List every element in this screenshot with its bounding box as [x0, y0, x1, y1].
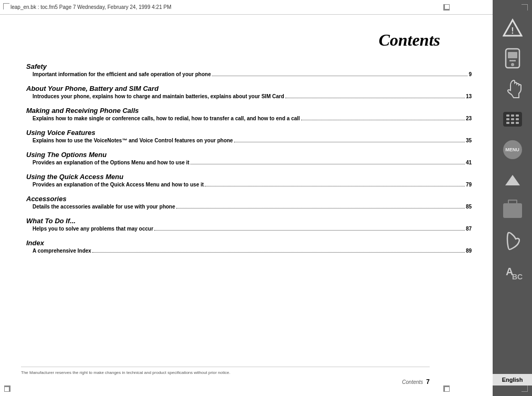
keypad-icon — [501, 107, 525, 131]
toc-dots — [285, 98, 465, 98]
toc-title-options: Using The Options Menu — [26, 151, 472, 159]
toc-desc-troubleshoot: Helps you to solve any problems that may… — [26, 226, 472, 232]
hand-icon — [501, 77, 525, 101]
abc-icon: A BC — [501, 259, 525, 284]
arrow-up-icon — [501, 168, 525, 192]
toc-desc-quick: Provides an explanation of the Quick Acc… — [26, 182, 472, 187]
footer-note: The Manufacturer reserves the right to m… — [21, 367, 430, 375]
svg-rect-3 — [508, 52, 517, 58]
toc-desc-accessories: Details the accessories available for us… — [26, 204, 472, 210]
toc-title-calls: Making and Receiving Phone Calls — [26, 107, 472, 114]
content-area: Contents Safety Important information fo… — [0, 15, 493, 272]
toc-desc-safety: Important information for the efficient … — [26, 71, 472, 77]
toc-desc-about: Introduces your phone, explains how to c… — [26, 93, 472, 99]
warning-icon: ! — [501, 16, 525, 40]
footer-label: Contents — [402, 379, 423, 385]
toc-entry-safety: Safety Important information for the eff… — [26, 62, 472, 77]
toc-entry-about: About Your Phone, Battery and SIM Card I… — [26, 85, 472, 99]
toc-title-troubleshoot: What To Do If... — [26, 217, 472, 225]
main-content: leap_en.bk : toc.fm5 Page 7 Wednesday, F… — [0, 0, 493, 396]
page-container: leap_en.bk : toc.fm5 Page 7 Wednesday, F… — [0, 0, 532, 396]
sidebar: ! — [493, 0, 532, 396]
toc-title-safety: Safety — [26, 62, 472, 70]
corner-tr — [443, 4, 450, 11]
page-title: Contents — [26, 30, 472, 50]
svg-point-4 — [511, 63, 514, 66]
svg-rect-6 — [512, 60, 514, 61]
toc-dots — [212, 76, 467, 76]
toc-title-about: About Your Phone, Battery and SIM Card — [26, 85, 472, 92]
toc-dots — [176, 208, 465, 209]
svg-rect-5 — [509, 60, 512, 61]
toc-entry-calls: Making and Receiving Phone Calls Explain… — [26, 107, 472, 121]
english-tab[interactable]: English — [493, 374, 532, 385]
toc-desc-options: Provides an explanation of the Options M… — [26, 160, 472, 165]
svg-text:BC: BC — [512, 273, 523, 281]
toc-dots — [154, 230, 465, 231]
toc-entry-troubleshoot: What To Do If... Helps you to solve any … — [26, 217, 472, 232]
header-text: leap_en.bk : toc.fm5 Page 7 Wednesday, F… — [10, 4, 171, 10]
toc-title-voice: Using Voice Features — [26, 129, 472, 137]
phone-icon — [501, 46, 525, 70]
toc-dots — [92, 252, 465, 253]
toc-dots — [301, 120, 465, 120]
svg-text:!: ! — [511, 26, 514, 35]
toc-desc-calls: Explains how to make single or conferenc… — [26, 116, 472, 121]
toc-entry-accessories: Accessories Details the accessories avai… — [26, 195, 472, 210]
svg-rect-7 — [514, 60, 516, 61]
briefcase-icon — [501, 199, 525, 223]
toc-desc-index: A comprehensive Index 89 — [26, 248, 472, 254]
toc-dots — [190, 164, 465, 164]
toc-dots — [205, 186, 465, 186]
toc-dots — [234, 142, 465, 142]
toc-title-accessories: Accessories — [26, 195, 472, 203]
toc-desc-voice: Explains how to use the VoiceNotes™ and … — [26, 138, 472, 143]
footer-page: 7 — [426, 378, 430, 385]
sidebar-corner-br — [522, 385, 528, 392]
toc-entry-voice: Using Voice Features Explains how to use… — [26, 129, 472, 143]
menu-icon: MENU — [501, 138, 525, 162]
footer-pagination: Contents 7 — [21, 378, 430, 396]
toc-title-index: Index — [26, 239, 472, 247]
footer-area: The Manufacturer reserves the right to m… — [0, 367, 451, 396]
toc-list: Safety Important information for the eff… — [26, 62, 472, 254]
header-bar: leap_en.bk : toc.fm5 Page 7 Wednesday, F… — [0, 0, 493, 15]
toc-title-quick: Using the Quick Access Menu — [26, 173, 472, 181]
toc-entry-quick: Using the Quick Access Menu Provides an … — [26, 173, 472, 187]
toc-entry-index: Index A comprehensive Index 89 — [26, 239, 472, 254]
phone2-icon — [501, 229, 525, 253]
toc-entry-options: Using The Options Menu Provides an expla… — [26, 151, 472, 165]
corner-tl — [3, 3, 9, 9]
sidebar-corner-tr — [522, 4, 528, 11]
